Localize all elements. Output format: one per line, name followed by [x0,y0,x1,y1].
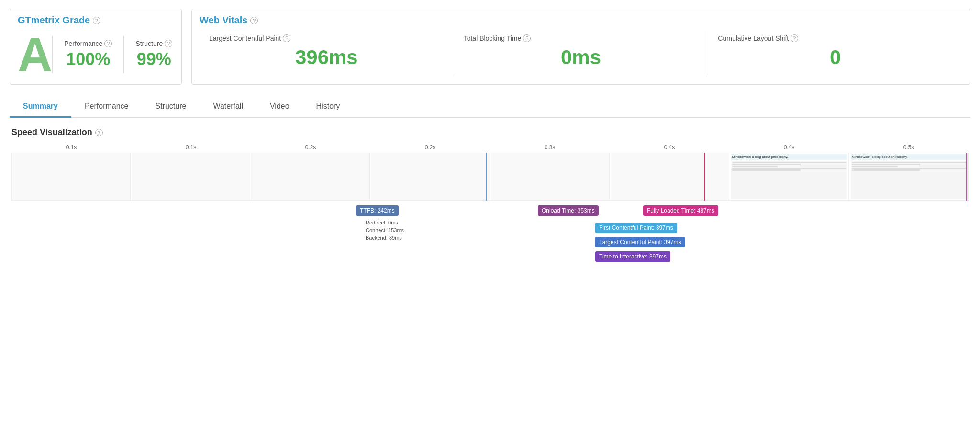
onload-label: Onload Time: 353ms [542,207,595,214]
frame-2 [251,153,370,200]
top-section: GTmetrix Grade ? A Performance ? 100% [10,9,970,85]
web-vitals-content: Largest Contentful Paint ? 396ms Total B… [200,31,962,75]
web-vitals-card: Web Vitals ? Largest Contentful Paint ? … [191,9,970,85]
frame-1 [132,153,250,200]
timeline-ruler: 0.1s 0.1s 0.2s 0.2s 0.3s 0.4s 0.4s 0.5s [11,144,969,151]
tab-video[interactable]: Video [256,96,303,118]
vital-tbt-label: Total Blocking Time ? [464,34,699,42]
tab-structure[interactable]: Structure [142,96,200,118]
fully-loaded-label: Fully Loaded Time: 487ms [647,207,714,214]
ttfb-annotation: TTFB: 242ms [356,205,399,216]
web-vitals-title-text: Web Vitals [200,15,247,26]
metrics-group: Performance ? 100% Structure ? 99% [52,36,184,73]
frame-line-2 [732,164,801,165]
grade-letter: A [18,31,52,78]
ruler-label-0: 0.1s [11,144,131,151]
frame-line-9 [852,168,966,169]
gtmetrix-title-text: GTmetrix Grade [18,15,90,26]
ruler-label-3: 0.2s [370,144,490,151]
cls-help-icon[interactable]: ? [791,34,798,42]
frame-line-5 [732,169,801,171]
gtmetrix-content: A Performance ? 100% Structure ? [18,31,174,78]
annotations-area: TTFB: 242ms Redirect: 0ms Connect: 153ms… [11,205,969,268]
speed-viz-title: Speed Visualization ? [11,127,969,137]
frame-line-1 [732,162,846,163]
vital-lcp-label: Largest Contentful Paint ? [209,34,444,42]
tbt-help-icon[interactable]: ? [523,34,531,42]
onload-marker-line [704,153,705,201]
gtmetrix-title: GTmetrix Grade ? [18,15,174,26]
speed-viz-title-text: Speed Visualization [11,127,92,137]
ttfb-marker-line [486,153,487,201]
ruler-label-2: 0.2s [251,144,370,151]
tab-performance[interactable]: Performance [71,96,142,118]
structure-metric: Structure ? 99% [124,36,184,73]
fully-loaded-annotation: Fully Loaded Time: 487ms [643,205,718,216]
ruler-label-1: 0.1s [131,144,251,151]
page-wrapper: GTmetrix Grade ? A Performance ? 100% [0,0,980,276]
frame-mini-7: Mindbowser: a blog about philosophy. [850,153,968,200]
ruler-label-6: 0.4s [729,144,849,151]
vital-cls-value: 0 [718,46,953,69]
structure-help-icon[interactable]: ? [165,40,172,47]
frame-header-7: Mindbowser: a blog about philosophy. [851,154,967,160]
ttfb-sub1: Redirect: 0ms [366,220,398,225]
web-vitals-title: Web Vitals ? [200,15,962,26]
structure-label: Structure ? [135,40,172,47]
vital-cls-label: Cumulative Layout Shift ? [718,34,953,42]
performance-help-icon[interactable]: ? [104,40,112,47]
frame-header-6: Mindbowser: a blog about philosophy. [731,154,847,160]
ruler-label-7: 0.5s [849,144,969,151]
tti-label: Time to Interactive: 397ms [599,253,667,260]
tti-annotation: Time to Interactive: 397ms [595,251,670,262]
tab-history[interactable]: History [303,96,354,118]
ttfb-sub2: Connect: 153ms [366,227,404,233]
performance-value: 100% [64,49,112,69]
lcp-annotation: Largest Contentful Paint: 397ms [595,237,685,247]
vital-lcp: Largest Contentful Paint ? 396ms [200,31,454,75]
vital-tbt: Total Blocking Time ? 0ms [454,31,709,75]
gtmetrix-card: GTmetrix Grade ? A Performance ? 100% [10,9,182,85]
frame-line-6 [852,162,966,163]
gtmetrix-help-icon[interactable]: ? [93,17,100,24]
vital-cls: Cumulative Layout Shift ? 0 [708,31,962,75]
ttfb-label: TTFB: 242ms [360,207,395,214]
structure-value: 99% [135,49,172,69]
lcp-help-icon[interactable]: ? [283,34,290,42]
frame-line-4 [732,168,846,169]
performance-label: Performance ? [64,40,112,47]
frame-3 [371,153,490,200]
frame-body-7 [851,161,967,199]
ttfb-sub3: Backend: 89ms [366,235,402,241]
web-vitals-help-icon[interactable]: ? [250,17,258,24]
tabs-section: Summary Performance Structure Waterfall … [10,96,970,118]
frame-body-6 [731,161,847,199]
fcp-annotation: First Contentful Paint: 397ms [595,223,677,233]
lcp-label: Largest Contentful Paint: 397ms [599,239,681,246]
frame-0 [12,153,131,200]
frame-line-10 [852,169,920,171]
vital-lcp-value: 396ms [209,46,444,69]
frame-6: Mindbowser: a blog about philosophy. [730,153,849,200]
frame-5 [611,153,729,200]
ruler-label-4: 0.3s [490,144,610,151]
frame-line-3 [732,166,778,167]
speed-viz-section: Speed Visualization ? 0.1s 0.1s 0.2s 0.2… [10,127,970,268]
frames-wrapper: Mindbowser: a blog about philosophy. Min… [11,153,969,201]
fcp-label: First Contentful Paint: 397ms [599,224,673,231]
vital-tbt-value: 0ms [464,46,699,69]
frame-mini-6: Mindbowser: a blog about philosophy. [730,153,848,200]
frame-4 [491,153,610,200]
tab-summary[interactable]: Summary [10,96,71,118]
ruler-label-5: 0.4s [610,144,729,151]
fully-loaded-marker-line [966,153,967,201]
frame-line-8 [852,166,898,167]
performance-metric: Performance ? 100% [53,36,124,73]
frame-7: Mindbowser: a blog about philosophy. [850,153,968,200]
tab-waterfall[interactable]: Waterfall [200,96,256,118]
speed-viz-help-icon[interactable]: ? [95,129,103,136]
frame-line-7 [852,164,920,165]
timeline-frames: Mindbowser: a blog about philosophy. Min… [11,153,969,201]
tabs-list: Summary Performance Structure Waterfall … [10,96,970,117]
onload-annotation: Onload Time: 353ms [538,205,599,216]
